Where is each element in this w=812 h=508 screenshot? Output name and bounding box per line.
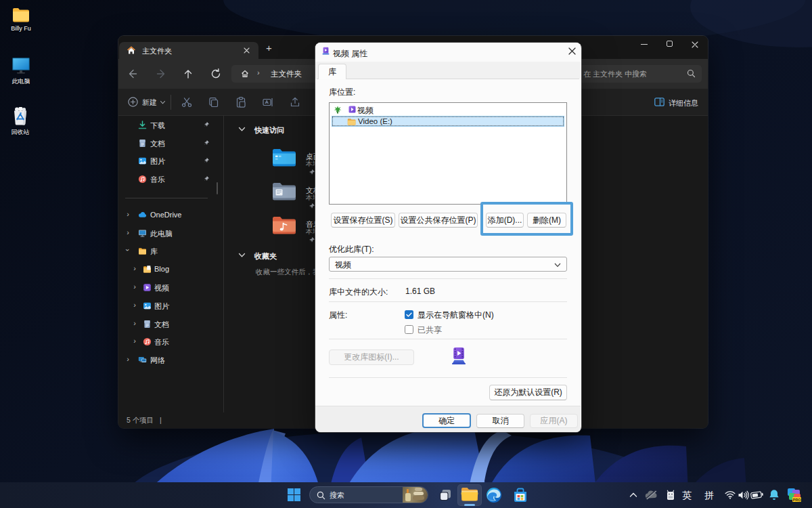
svg-text:PRO: PRO <box>792 498 801 502</box>
